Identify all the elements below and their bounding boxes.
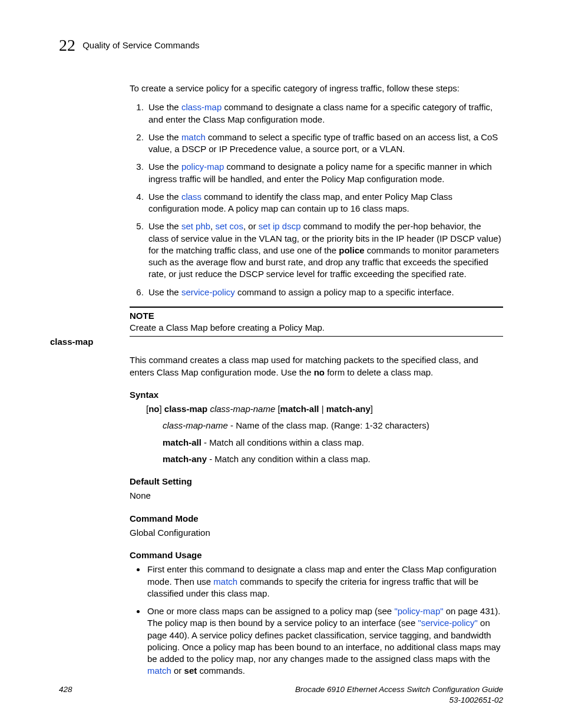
text-fragment: Use the (148, 192, 181, 202)
match-link[interactable]: match (181, 132, 206, 142)
class-link[interactable]: class (181, 192, 201, 202)
text-fragment: match-all (163, 437, 201, 447)
text-fragment: class-map-name (210, 404, 275, 414)
text-fragment: [ (275, 404, 280, 414)
text-fragment: Use the (148, 162, 181, 172)
steps-list: Use the class-map command to designate a… (130, 101, 503, 298)
page-number: 428 (59, 684, 72, 695)
usage-item-2: One or more class maps can be assigned t… (146, 605, 503, 677)
text-fragment: match-all (280, 404, 319, 414)
text-fragment: commands. (197, 666, 245, 676)
page-footer: 428 Brocade 6910 Ethernet Access Switch … (59, 684, 503, 706)
service-policy-crossref-link[interactable]: "service-policy" (418, 618, 478, 628)
text-fragment: | (319, 404, 326, 414)
intro-text: To create a service policy for a specifi… (130, 83, 503, 94)
footer-guide-title: Brocade 6910 Ethernet Access Switch Conf… (295, 684, 503, 695)
text-fragment: no (148, 404, 159, 414)
set-ip-dscp-link[interactable]: set ip dscp (259, 221, 301, 231)
note-text: Create a Class Map before creating a Pol… (130, 322, 503, 334)
note-label: NOTE (130, 310, 503, 322)
chapter-number: 22 (59, 34, 75, 57)
text-fragment: Use the (148, 287, 181, 297)
main-content: To create a service policy for a specifi… (130, 83, 503, 686)
match-link-usage2[interactable]: match (147, 666, 171, 676)
step-3: Use the policy-map command to designate … (146, 161, 503, 185)
no-bold: no (314, 367, 325, 377)
text-fragment: command to assign a policy map to a spec… (235, 287, 454, 297)
default-setting-text: None (130, 490, 503, 502)
step-1: Use the class-map command to designate a… (146, 101, 503, 126)
text-fragment: match-any (163, 454, 207, 464)
text-fragment: class-map-name (163, 420, 228, 430)
footer-doc-number: 53-1002651-02 (295, 695, 503, 706)
set-cos-link[interactable]: set cos (215, 221, 243, 231)
service-policy-link[interactable]: service-policy (181, 287, 235, 297)
usage-item-1: First enter this command to designate a … (146, 564, 503, 599)
command-mode-heading: Command Mode (130, 513, 503, 525)
text-fragment: Use the (148, 221, 181, 231)
text-fragment: match-any (326, 404, 371, 414)
chapter-title: Quality of Service Commands (82, 39, 199, 51)
note-block: NOTE Create a Class Map before creating … (130, 307, 503, 337)
text-fragment: Use the (148, 132, 181, 142)
command-mode-text: Global Configuration (130, 527, 503, 539)
text-fragment: - Match all conditions within a class ma… (201, 437, 364, 447)
step-2: Use the match command to select a specif… (146, 131, 503, 156)
police-bold: police (339, 245, 364, 255)
param-match-all: match-all - Match all conditions within … (163, 437, 503, 449)
param-match-any: match-any - Match any condition within a… (163, 453, 503, 465)
step-5: Use the set phb, set cos, or set ip dscp… (146, 220, 503, 280)
text-fragment: or (171, 666, 184, 676)
text-fragment: One or more class maps can be assigned t… (147, 606, 394, 616)
text-fragment: form to delete a class map. (325, 367, 433, 377)
page-header: 22 Quality of Service Commands (59, 34, 503, 57)
text-fragment: Use the (148, 102, 181, 112)
param-class-map-name: class-map-name - Name of the class map. … (163, 420, 503, 431)
command-description: This command creates a class map used fo… (130, 354, 503, 378)
policy-map-crossref-link[interactable]: "policy-map" (394, 606, 443, 616)
command-name-sidebar: class-map (50, 336, 93, 348)
step-6: Use the service-policy command to assign… (146, 286, 503, 298)
match-link-usage[interactable]: match (213, 577, 237, 587)
set-bold: set (184, 666, 197, 676)
class-map-link[interactable]: class-map (181, 102, 222, 112)
text-fragment: - Match any condition within a class map… (207, 454, 371, 464)
set-phb-link[interactable]: set phb (181, 221, 210, 231)
text-fragment: ] (371, 404, 373, 414)
syntax-line: [no] class-map class-map-name [match-all… (146, 403, 503, 415)
text-fragment: , or (243, 221, 259, 231)
text-fragment: class-map (164, 404, 207, 414)
command-usage-heading: Command Usage (130, 549, 503, 561)
usage-list: First enter this command to designate a … (130, 564, 503, 677)
text-fragment: ] (160, 404, 164, 414)
syntax-heading: Syntax (130, 389, 503, 401)
policy-map-link[interactable]: policy-map (181, 162, 224, 172)
text-fragment: - Name of the class map. (Range: 1-32 ch… (228, 420, 429, 430)
default-setting-heading: Default Setting (130, 476, 503, 487)
step-4: Use the class command to identify the cl… (146, 191, 503, 215)
